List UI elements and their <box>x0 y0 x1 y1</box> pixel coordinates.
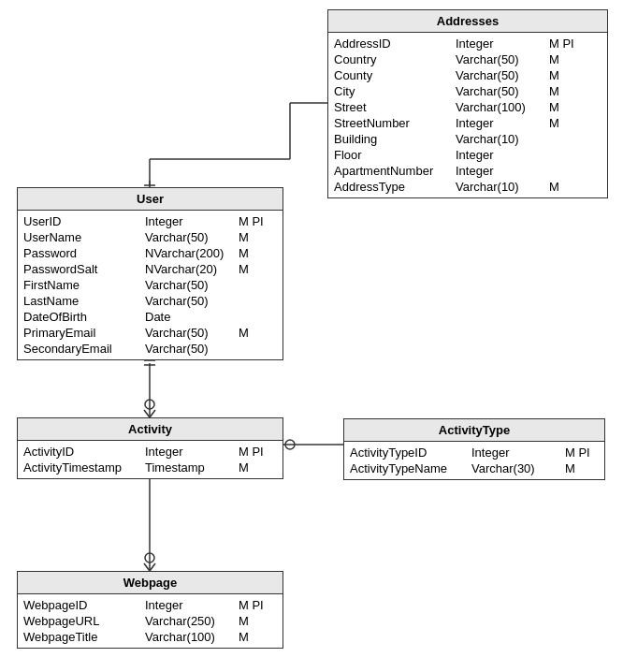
field-name: StreetNumber <box>334 116 456 130</box>
webpage-title: Webpage <box>18 572 283 594</box>
svg-point-24 <box>145 553 154 562</box>
svg-line-10 <box>144 410 150 417</box>
activitytype-table: ActivityType ActivityTypeIDIntegerM PIAc… <box>343 418 605 480</box>
field-constraints: M <box>239 326 276 340</box>
field-name: City <box>334 84 456 98</box>
table-row: DateOfBirthDate <box>23 309 277 325</box>
field-name: DateOfBirth <box>23 310 145 324</box>
field-name: ActivityTypeID <box>350 446 471 460</box>
table-row: ActivityIDIntegerM PI <box>23 444 277 460</box>
webpage-body: WebpageIDIntegerM PIWebpageURLVarchar(25… <box>18 594 283 648</box>
field-constraints: M PI <box>239 445 276 459</box>
field-constraints: M <box>239 230 276 244</box>
field-type: Integer <box>471 446 565 460</box>
field-constraints: M <box>239 262 276 276</box>
field-name: AddressType <box>334 180 456 194</box>
table-row: CountyVarchar(50)M <box>334 67 601 83</box>
field-type: Varchar(50) <box>145 342 239 356</box>
field-constraints: M <box>549 116 587 130</box>
table-row: AddressIDIntegerM PI <box>334 36 601 51</box>
field-constraints: M <box>239 614 276 628</box>
field-constraints <box>549 148 587 162</box>
addresses-table: Addresses AddressIDIntegerM PICountryVar… <box>327 9 608 198</box>
field-type: NVarchar(20) <box>145 262 239 276</box>
svg-line-11 <box>150 410 155 417</box>
svg-line-22 <box>144 563 150 571</box>
field-type: Integer <box>145 214 239 228</box>
field-type: NVarchar(200) <box>145 246 239 260</box>
field-type: Varchar(50) <box>456 52 549 66</box>
table-row: StreetNumberIntegerM <box>334 115 601 131</box>
field-constraints <box>549 132 587 146</box>
field-name: Street <box>334 100 456 114</box>
table-row: PrimaryEmailVarchar(50)M <box>23 325 277 341</box>
field-type: Integer <box>145 598 239 612</box>
field-type: Varchar(50) <box>456 84 549 98</box>
table-row: WebpageURLVarchar(250)M <box>23 613 277 629</box>
field-constraints: M <box>549 68 587 82</box>
field-name: ActivityTypeName <box>350 461 471 475</box>
field-type: Varchar(50) <box>145 326 239 340</box>
activitytype-title: ActivityType <box>344 419 604 442</box>
field-constraints: M <box>239 460 276 475</box>
field-name: ApartmentNumber <box>334 164 456 178</box>
svg-line-23 <box>150 563 155 571</box>
svg-point-18 <box>285 440 295 449</box>
activity-body: ActivityIDIntegerM PIActivityTimestampTi… <box>18 441 283 478</box>
table-row: FloorInteger <box>334 147 601 163</box>
field-type: Varchar(10) <box>456 132 549 146</box>
field-constraints: M PI <box>239 214 276 228</box>
field-constraints <box>239 278 276 292</box>
table-row: AddressTypeVarchar(10)M <box>334 179 601 195</box>
field-name: LastName <box>23 294 145 308</box>
table-row: ApartmentNumberInteger <box>334 163 601 179</box>
table-row: SecondaryEmailVarchar(50) <box>23 341 277 357</box>
field-name: Floor <box>334 148 456 162</box>
field-name: Country <box>334 52 456 66</box>
field-constraints: M <box>549 52 587 66</box>
table-row: LastNameVarchar(50) <box>23 293 277 309</box>
field-constraints: M <box>549 100 587 114</box>
addresses-body: AddressIDIntegerM PICountryVarchar(50)MC… <box>328 33 607 197</box>
field-type: Varchar(50) <box>145 294 239 308</box>
field-constraints <box>239 294 276 308</box>
field-name: WebpageTitle <box>23 630 145 644</box>
field-constraints: M <box>239 246 276 260</box>
field-name: ActivityID <box>23 445 145 459</box>
field-name: WebpageID <box>23 598 145 612</box>
field-constraints <box>239 310 276 324</box>
field-name: WebpageURL <box>23 614 145 628</box>
table-row: WebpageTitleVarchar(100)M <box>23 629 277 645</box>
table-row: UserNameVarchar(50)M <box>23 229 277 245</box>
field-type: Varchar(50) <box>145 230 239 244</box>
user-body: UserIDIntegerM PIUserNameVarchar(50)MPas… <box>18 211 283 359</box>
field-type: Integer <box>456 37 549 51</box>
field-type: Integer <box>456 164 549 178</box>
field-constraints: M <box>239 630 276 644</box>
field-type: Varchar(100) <box>145 630 239 644</box>
field-constraints: M <box>565 461 602 475</box>
field-constraints: M <box>549 180 587 194</box>
field-name: PasswordSalt <box>23 262 145 276</box>
field-name: PrimaryEmail <box>23 326 145 340</box>
table-row: FirstNameVarchar(50) <box>23 277 277 293</box>
table-row: BuildingVarchar(10) <box>334 131 601 147</box>
table-row: StreetVarchar(100)M <box>334 99 601 115</box>
field-name: Password <box>23 246 145 260</box>
table-row: ActivityTypeIDIntegerM PI <box>350 445 599 460</box>
table-row: PasswordSaltNVarchar(20)M <box>23 261 277 277</box>
table-row: PasswordNVarchar(200)M <box>23 245 277 261</box>
table-row: WebpageIDIntegerM PI <box>23 597 277 613</box>
field-type: Integer <box>456 148 549 162</box>
field-constraints: M <box>549 84 587 98</box>
webpage-table: Webpage WebpageIDIntegerM PIWebpageURLVa… <box>17 571 283 649</box>
field-name: AddressID <box>334 37 456 51</box>
field-type: Date <box>145 310 239 324</box>
field-constraints <box>239 342 276 356</box>
field-type: Integer <box>145 445 239 459</box>
field-type: Varchar(50) <box>456 68 549 82</box>
field-type: Integer <box>456 116 549 130</box>
table-row: CountryVarchar(50)M <box>334 51 601 67</box>
activity-table: Activity ActivityIDIntegerM PIActivityTi… <box>17 417 283 479</box>
field-constraints: M PI <box>565 446 602 460</box>
